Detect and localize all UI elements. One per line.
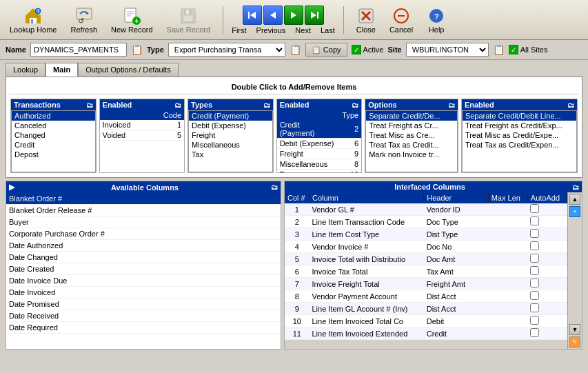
table-row[interactable]: Credit (Payment) 2 bbox=[277, 120, 362, 139]
all-sites-checkbox[interactable]: ✓ bbox=[509, 45, 518, 54]
close-button[interactable]: Close bbox=[352, 5, 380, 35]
list-item[interactable]: Debit (Expense) bbox=[189, 121, 272, 130]
list-item[interactable]: Buyer bbox=[6, 216, 281, 228]
new-record-button[interactable]: + New Record bbox=[107, 5, 157, 35]
list-item[interactable]: Treat Tax as Credit/Expen... bbox=[463, 140, 576, 150]
table-row[interactable]: 2Line Item Transaction CodeDoc Type bbox=[285, 216, 567, 228]
tab-lookup[interactable]: Lookup bbox=[6, 63, 45, 77]
scroll-edit-button[interactable]: ✎ bbox=[569, 336, 580, 347]
list-item[interactable]: Treat Misc as Credit/Expe... bbox=[463, 130, 576, 140]
next-button[interactable] bbox=[284, 6, 303, 25]
list-item[interactable]: Treat Freight as Credit/Exp... bbox=[463, 121, 576, 130]
refresh-button[interactable]: ↺ Refresh bbox=[67, 5, 102, 35]
help-button[interactable]: ? Help bbox=[423, 5, 450, 35]
table-row[interactable]: Invoiced 1 bbox=[100, 120, 185, 130]
avail-header-icon[interactable]: 🗂 bbox=[271, 183, 278, 191]
list-item[interactable]: Miscellaneous bbox=[189, 140, 272, 150]
table-row[interactable]: 9Line Item GL Account # (Inv)Dist Acct bbox=[285, 303, 567, 315]
table-row[interactable]: Miscellaneous 8 bbox=[277, 159, 362, 170]
avail-expand-icon[interactable]: ▶ bbox=[9, 183, 19, 192]
list-item[interactable]: Authorized bbox=[12, 111, 95, 121]
list-item[interactable]: Treat Misc as Cre... bbox=[366, 130, 457, 140]
list-item[interactable]: Date Created bbox=[6, 263, 281, 275]
table-row[interactable]: 5Invoice Total with DistributioDoc Amt bbox=[285, 253, 567, 265]
transactions-list[interactable]: Authorized Canceled Changed Credit Depos… bbox=[11, 110, 96, 172]
name-input[interactable] bbox=[30, 43, 127, 57]
table-row[interactable]: 10Line Item Invoiced Total CoDebit bbox=[285, 315, 567, 327]
previous-button[interactable] bbox=[263, 6, 283, 25]
types-icon[interactable]: 🗂 bbox=[263, 101, 270, 109]
active-checkbox[interactable]: ✓ bbox=[352, 45, 361, 54]
site-select[interactable]: WBURLINGTON bbox=[406, 43, 489, 57]
list-item[interactable]: Date Required bbox=[6, 322, 281, 334]
list-item[interactable]: Mark non Invoice tr... bbox=[366, 150, 457, 159]
list-item[interactable]: Date Received bbox=[6, 310, 281, 322]
list-item[interactable]: Blanket Order Release # bbox=[6, 205, 281, 216]
scroll-down-button[interactable]: ▼ bbox=[569, 324, 580, 335]
table-row[interactable]: 1Vendor GL #Vendor ID bbox=[285, 203, 567, 216]
new-record-icon: + bbox=[122, 6, 141, 26]
scroll-up-button[interactable]: ▲ bbox=[569, 194, 580, 205]
table-row[interactable]: 6Invoice Tax TotalTax Amt bbox=[285, 265, 567, 278]
iface-header-icon[interactable]: 🗂 bbox=[572, 183, 579, 191]
types-list[interactable]: Credit (Payment) Debit (Expense) Freight… bbox=[188, 110, 273, 172]
close-icon bbox=[356, 6, 376, 26]
tab-output[interactable]: Output Options / Defaults bbox=[78, 63, 179, 77]
first-button[interactable] bbox=[243, 6, 262, 25]
list-item[interactable]: Date Invoice Due bbox=[6, 275, 281, 287]
name-field-icon: 📋 bbox=[131, 44, 143, 55]
type-select[interactable]: Export Purchasing Transa bbox=[168, 43, 285, 57]
types-panel: Types 🗂 Credit (Payment) Debit (Expense)… bbox=[187, 99, 274, 173]
list-item[interactable]: Date Authorized bbox=[6, 240, 281, 252]
table-row[interactable]: 11Line Item Invoiced ExtendedCredit bbox=[285, 327, 567, 340]
svg-marker-23 bbox=[311, 12, 316, 19]
table-row[interactable]: 3Line Item Cost TypeDist Type bbox=[285, 228, 567, 241]
types-enabled-icon[interactable]: 🗂 bbox=[352, 101, 358, 109]
copy-button[interactable]: 📋 Copy bbox=[305, 43, 347, 57]
list-item[interactable]: Treat Freight as Cr... bbox=[366, 121, 457, 130]
table-row[interactable]: Debit (Expense) 6 bbox=[277, 139, 362, 149]
table-row[interactable]: 7Invoice Freight TotalFreight Amt bbox=[285, 278, 567, 290]
list-item[interactable]: Blanket Order # bbox=[6, 193, 281, 205]
tab-main[interactable]: Main bbox=[45, 63, 78, 77]
list-item[interactable]: Date Promised bbox=[6, 299, 281, 310]
save-record-button[interactable]: Save Record bbox=[163, 5, 215, 35]
table-row[interactable]: Voided 5 bbox=[100, 130, 185, 141]
options-icon[interactable]: 🗂 bbox=[448, 101, 455, 109]
cancel-button[interactable]: Cancel bbox=[385, 5, 417, 35]
list-item[interactable]: Separate Credit/Debit Line... bbox=[463, 111, 576, 121]
options-enabled-title: Enabled bbox=[465, 101, 494, 109]
types-enabled-list[interactable]: Type Credit (Payment) 2 Debit (Expense) … bbox=[277, 110, 362, 172]
list-item[interactable]: Separate Credit/De... bbox=[366, 111, 457, 121]
table-row[interactable]: Freight 9 bbox=[277, 149, 362, 159]
options-list[interactable]: Separate Credit/De... Treat Freight as C… bbox=[365, 110, 458, 172]
options-enabled-icon[interactable]: 🗂 bbox=[567, 101, 574, 109]
table-row[interactable]: 4Vendor Invoice #Doc No bbox=[285, 241, 567, 253]
transactions-enabled-icon[interactable]: 🗂 bbox=[174, 101, 181, 109]
svg-text:?: ? bbox=[434, 12, 439, 21]
list-item[interactable]: Date Changed bbox=[6, 252, 281, 263]
lookup-home-button[interactable]: ↑ Lookup Home bbox=[6, 5, 61, 35]
list-item[interactable]: Freight bbox=[189, 130, 272, 140]
list-item[interactable]: Credit bbox=[12, 140, 95, 150]
options-enabled-list[interactable]: Separate Credit/Debit Line... Treat Frei… bbox=[462, 110, 577, 172]
available-columns-list[interactable]: Blanket Order # Blanket Order Release # … bbox=[6, 193, 281, 349]
main-content: Double Click to Add/Remove Items Transac… bbox=[6, 77, 582, 178]
scroll-add-button[interactable]: + bbox=[569, 206, 580, 217]
list-item[interactable]: Date Invoiced bbox=[6, 287, 281, 299]
list-item[interactable]: Tax bbox=[189, 150, 272, 159]
last-button[interactable] bbox=[305, 6, 324, 25]
table-row[interactable]: 8Vendor Payment AccountDist Acct bbox=[285, 290, 567, 303]
transactions-icon[interactable]: 🗂 bbox=[86, 101, 93, 109]
list-item[interactable]: Canceled bbox=[12, 121, 95, 130]
table-row[interactable]: Tax 10 bbox=[277, 170, 362, 173]
list-item[interactable] bbox=[463, 150, 576, 151]
transactions-enabled-list[interactable]: Code Invoiced 1 Voided 5 bbox=[100, 110, 185, 172]
svg-rect-18 bbox=[248, 12, 250, 19]
list-item[interactable]: Credit (Payment) bbox=[189, 111, 272, 121]
list-item[interactable]: Depost bbox=[12, 150, 95, 159]
list-item[interactable]: Corporate Purchase Order # bbox=[6, 228, 281, 240]
list-item[interactable]: Changed bbox=[12, 130, 95, 140]
options-header: Options 🗂 bbox=[365, 99, 458, 110]
list-item[interactable]: Treat Tax as Credit... bbox=[366, 140, 457, 150]
